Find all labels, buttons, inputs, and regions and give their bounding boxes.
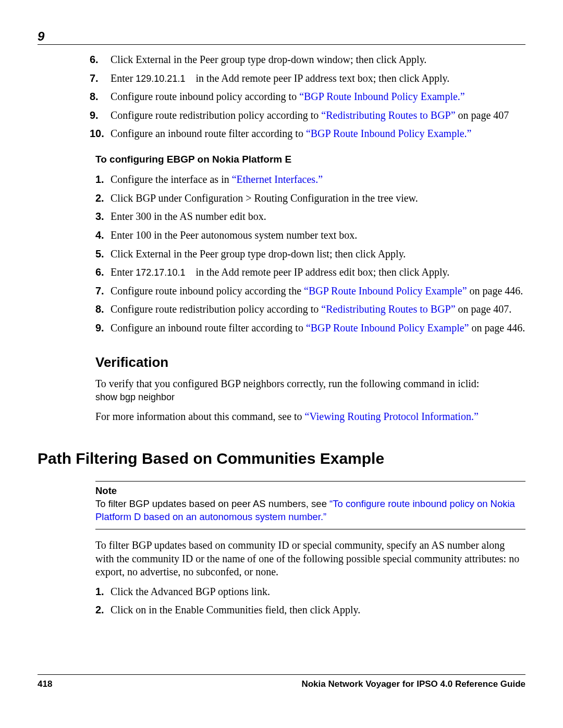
ip-address: 172.17.10.1 [136, 267, 185, 278]
step-text: on page 446. [467, 285, 523, 297]
xref-link[interactable]: “BGP Route Inbound Policy Example” [304, 285, 467, 297]
step-text: on page 446. [469, 322, 525, 334]
step-number: 3. [95, 210, 104, 224]
xref-link[interactable]: “Redistributing Routes to BGP” [321, 303, 455, 315]
step-number: 6. [90, 53, 99, 67]
list-item: 9. Configure route redistribution policy… [38, 109, 525, 122]
step-text: Configure the interface as in [111, 174, 232, 185]
step-list-ebgp-d: 6. Click External in the Peer group type… [38, 53, 525, 141]
chapter-number: 9 [38, 29, 44, 44]
step-text: on page 407 [456, 109, 509, 121]
step-number: 2. [95, 603, 104, 617]
list-item: 7. Configure route inbound policy accord… [38, 285, 525, 298]
step-text: Click External in the Peer group type dr… [111, 248, 406, 260]
step-text: Configure route redistribution policy ac… [111, 303, 321, 315]
step-number: 7. [90, 72, 99, 85]
procedure-heading: To configuring EBGP on Nokia Platform E [95, 153, 525, 166]
step-number: 2. [95, 192, 104, 205]
list-item: 3. Enter 300 in the AS number edit box. [38, 210, 525, 224]
step-number: 6. [95, 266, 104, 279]
step-number: 10. [90, 127, 104, 141]
step-text: Configure route redistribution policy ac… [111, 109, 321, 121]
page: 9 6. Click External in the Peer group ty… [0, 0, 563, 728]
step-text: Click the Advanced BGP options link. [111, 586, 270, 597]
step-number: 8. [95, 303, 104, 316]
step-text: Enter [111, 266, 136, 278]
step-number: 1. [95, 173, 104, 187]
step-number: 4. [95, 229, 104, 242]
list-item: 2. Click BGP under Configuration > Routi… [38, 192, 525, 205]
step-text: in the Add remote peer IP address text b… [193, 72, 449, 84]
step-text: Configure route inbound policy according… [111, 285, 304, 297]
list-item: 4. Enter 100 in the Peer autonomous syst… [38, 229, 525, 242]
step-text: Configure an inbound route filter accord… [111, 322, 306, 334]
note-text: To filter BGP updates based on peer AS n… [95, 498, 329, 509]
step-text: Configure an inbound route filter accord… [111, 128, 306, 139]
step-number: 5. [95, 248, 104, 261]
paragraph: To filter BGP updates based on community… [95, 539, 525, 579]
step-text: Configure route inbound policy according… [111, 91, 299, 102]
step-text: Enter 100 in the Peer autonomous system … [111, 229, 357, 241]
step-text: Enter [111, 72, 136, 84]
list-item: 8. Configure route inbound policy accord… [38, 90, 525, 104]
list-item: 8. Configure route redistribution policy… [38, 303, 525, 316]
list-item: 1. Configure the interface as in “Ethern… [38, 173, 525, 187]
list-item: 10. Configure an inbound route filter ac… [38, 127, 525, 141]
list-item: 2. Click on in the Enable Communities fi… [38, 603, 525, 617]
list-item: 6. Enter 172.17.10.1 in the Add remote p… [38, 266, 525, 279]
body-text: For more information about this command,… [95, 411, 305, 422]
list-item: 9. Configure an inbound route filter acc… [38, 322, 525, 335]
command-text: show bgp neighbor [95, 392, 175, 402]
step-text: Enter 300 in the AS number edit box. [111, 211, 266, 222]
xref-link[interactable]: “Redistributing Routes to BGP” [321, 109, 455, 121]
list-item: 1. Click the Advanced BGP options link. [38, 585, 525, 599]
step-number: 7. [95, 285, 104, 298]
body-text: To verify that you configured BGP neighb… [95, 378, 479, 389]
footer-rule [38, 674, 525, 675]
section-heading-verification: Verification [95, 354, 525, 371]
xref-link[interactable]: “Viewing Routing Protocol Information.” [305, 411, 479, 422]
header-rule [38, 44, 525, 45]
step-number: 9. [90, 109, 99, 122]
list-item: 7. Enter 129.10.21.1 in the Add remote p… [38, 72, 525, 85]
step-number: 1. [95, 585, 104, 599]
step-text: Click BGP under Configuration > Routing … [111, 192, 418, 204]
step-text: in the Add remote peer IP address edit b… [193, 266, 449, 278]
step-text: Click on in the Enable Communities field… [111, 604, 360, 615]
step-list-ebgp-e: 1. Configure the interface as in “Ethern… [38, 173, 525, 335]
ip-address: 129.10.21.1 [136, 73, 185, 84]
chapter-heading: Path Filtering Based on Communities Exam… [38, 449, 525, 468]
document-title: Nokia Network Voyager for IPSO 4.0 Refer… [301, 679, 525, 689]
xref-link[interactable]: “BGP Route Inbound Policy Example.” [306, 128, 472, 139]
xref-link[interactable]: “BGP Route Inbound Policy Example.” [299, 91, 465, 102]
xref-link[interactable]: “BGP Route Inbound Policy Example” [306, 322, 469, 334]
step-list-filter: 1. Click the Advanced BGP options link. … [38, 585, 525, 617]
paragraph: To verify that you configured BGP neighb… [95, 377, 525, 404]
page-number: 418 [38, 679, 52, 689]
list-item: 5. Click External in the Peer group type… [38, 248, 525, 261]
note-box: Note To filter BGP updates based on peer… [95, 481, 525, 529]
xref-link[interactable]: “Ethernet Interfaces.” [232, 174, 323, 185]
step-text: on page 407. [456, 303, 512, 315]
step-number: 9. [95, 322, 104, 335]
note-label: Note [95, 485, 117, 496]
step-text: Click External in the Peer group type dr… [111, 54, 426, 65]
list-item: 6. Click External in the Peer group type… [38, 53, 525, 67]
paragraph: For more information about this command,… [95, 410, 525, 424]
content-area: 6. Click External in the Peer group type… [38, 53, 525, 628]
step-number: 8. [90, 90, 99, 104]
